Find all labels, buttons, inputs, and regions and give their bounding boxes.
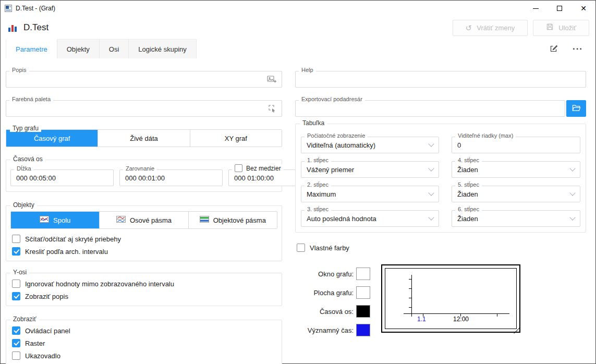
stlpec-4-select[interactable]: 4. stĺpec Žiaden bbox=[452, 161, 580, 178]
chevron-down-icon bbox=[569, 190, 575, 196]
zobrazit-popis-checkbox[interactable] bbox=[12, 292, 20, 300]
farebna-paleta-label: Farebná paleta bbox=[9, 96, 53, 102]
seg-spolu[interactable]: Spolu bbox=[11, 212, 99, 228]
image-add-icon[interactable] bbox=[267, 75, 276, 83]
stlpec-5-select[interactable]: 5. stĺpec Žiaden bbox=[452, 186, 580, 202]
edit-icon[interactable] bbox=[549, 44, 558, 53]
tab-osi[interactable]: Osi bbox=[100, 39, 129, 58]
zobrazit-group: Zobraziť Ovládací panel Raster Ukazovadl… bbox=[6, 320, 282, 364]
casova-os-label: Časová os bbox=[10, 155, 45, 163]
export-input[interactable] bbox=[301, 105, 559, 113]
stlpec-3-select[interactable]: 3. stĺpec Auto posledná hodnota bbox=[301, 210, 439, 227]
ovladaci-panel-checkbox[interactable] bbox=[12, 326, 20, 335]
chevron-down-icon bbox=[428, 141, 434, 147]
content: Popis Farebná paleta bbox=[1, 58, 595, 364]
viditelne-riadky-field: Viditeľné riadky (max) bbox=[452, 137, 580, 153]
zobrazit-popis-checkbox-row[interactable]: Zobraziť popis bbox=[10, 290, 277, 302]
seg-osove-pasma[interactable]: Osové pásma bbox=[99, 212, 188, 228]
popis-label: Popis bbox=[9, 67, 29, 73]
raster-checkbox[interactable] bbox=[12, 339, 20, 347]
colors-area: Okno grafu: Plocha grafu: Časová os: Výz… bbox=[295, 264, 586, 336]
save-button[interactable]: Uložiť bbox=[533, 20, 589, 36]
ignorovat-hodnoty-checkbox[interactable] bbox=[12, 280, 20, 288]
help-input[interactable] bbox=[301, 76, 580, 83]
raster-checkbox-row[interactable]: Raster bbox=[10, 337, 277, 349]
tabulka-group: Tabuľka Počiatočné zobrazenie Viditeľná … bbox=[295, 124, 586, 233]
casova-os-group: Časová os Dĺžka Zarovnanie Bez medzier bbox=[6, 160, 282, 192]
save-label: Uložiť bbox=[558, 24, 576, 32]
y-osi-label: Y-osi bbox=[10, 269, 29, 276]
tab-actions: ··· bbox=[549, 39, 595, 58]
zobrazit-label: Zobraziť bbox=[10, 316, 39, 323]
tab-logicke-skupiny[interactable]: Logické skupiny bbox=[129, 39, 197, 58]
casova-os-farba-row: Časová os: bbox=[295, 305, 370, 318]
vlastne-farby-checkbox[interactable] bbox=[297, 244, 305, 252]
objekty-label: Objekty bbox=[10, 201, 37, 209]
export-field: Exportovací podadresár bbox=[295, 100, 565, 117]
dlzka-field: Dĺžka bbox=[10, 169, 114, 186]
okno-grafu-swatch[interactable] bbox=[356, 268, 370, 280]
close-button[interactable]: ✕ bbox=[571, 1, 595, 16]
seg-xy-graf[interactable]: XY graf bbox=[190, 130, 282, 147]
select-object-icon[interactable] bbox=[268, 104, 276, 113]
bar-chart-icon bbox=[8, 23, 17, 32]
vlastne-farby-checkbox-row[interactable]: Vlastné farby bbox=[295, 241, 586, 254]
undo-label: Vrátiť zmeny bbox=[477, 24, 515, 32]
maximize-button[interactable] bbox=[548, 1, 571, 16]
spolu-icon bbox=[40, 216, 49, 224]
seg-zive-data[interactable]: Živé dáta bbox=[98, 130, 189, 147]
minimize-button[interactable] bbox=[524, 1, 548, 16]
header-actions: ↺ Vrátiť zmeny Uložiť bbox=[453, 20, 589, 36]
chevron-down-icon bbox=[428, 165, 434, 171]
scitat-odcitat-checkbox[interactable] bbox=[12, 235, 20, 243]
farebna-paleta-input[interactable] bbox=[11, 105, 264, 113]
seg-casovy-graf[interactable]: Časový graf bbox=[6, 130, 98, 147]
browse-folder-button[interactable] bbox=[566, 100, 586, 117]
undo-changes-button[interactable]: ↺ Vrátiť zmeny bbox=[453, 20, 528, 36]
bez-medzier-label: Bez medzier bbox=[246, 165, 281, 172]
save-icon bbox=[546, 23, 554, 32]
vyznamny-cas-swatch[interactable] bbox=[356, 324, 370, 336]
objekty-segment: Spolu Osové pásma bbox=[10, 211, 277, 229]
window-title: D.Test - (Graf) bbox=[16, 5, 55, 12]
ovladaci-panel-checkbox-row[interactable]: Ovládací panel bbox=[10, 324, 277, 337]
chevron-down-icon bbox=[428, 214, 434, 220]
undo-icon: ↺ bbox=[466, 24, 472, 32]
scitat-odcitat-checkbox-row[interactable]: Sčítať/odčítať aj skryté priebehy bbox=[10, 233, 277, 245]
ukazovadlo-checkbox[interactable] bbox=[12, 351, 20, 360]
zarovnanie-field: Zarovnanie bbox=[119, 169, 223, 186]
casova-os-swatch[interactable] bbox=[356, 305, 370, 318]
maximize-icon bbox=[557, 6, 562, 11]
pociatocne-zobrazenie-select[interactable]: Počiatočné zobrazenie Viditeľná (automat… bbox=[301, 137, 439, 153]
seg-objektove-pasma[interactable]: Objektové pásma bbox=[188, 212, 277, 228]
popis-field: Popis bbox=[6, 71, 282, 88]
viditelne-riadky-input[interactable] bbox=[457, 141, 575, 149]
ignorovat-hodnoty-checkbox-row[interactable]: Ignorovať hodnoty mimo zobrazovaného int… bbox=[10, 277, 277, 290]
stlpec-1-select[interactable]: 1. stĺpec Vážený priemer bbox=[301, 161, 439, 178]
objektove-pasma-icon bbox=[200, 216, 209, 224]
more-menu-icon[interactable]: ··· bbox=[573, 44, 583, 53]
kreslit-podla-arch-checkbox[interactable] bbox=[12, 247, 20, 256]
dlzka-input[interactable] bbox=[16, 174, 108, 182]
okno-grafu-row: Okno grafu: bbox=[295, 268, 370, 280]
preview-x-axis bbox=[404, 313, 509, 314]
left-column: Popis Farebná paleta bbox=[6, 66, 282, 364]
tab-parametre[interactable]: Parametre bbox=[6, 39, 57, 58]
header: D.Test ↺ Vrátiť zmeny Uložiť bbox=[1, 16, 595, 39]
chevron-down-icon bbox=[569, 214, 575, 220]
dlzka-label: Dĺžka bbox=[14, 165, 34, 172]
bez-medzier-checkbox[interactable] bbox=[235, 164, 242, 172]
zarovnanie-input[interactable] bbox=[125, 174, 217, 182]
popis-input[interactable] bbox=[11, 76, 263, 83]
objekty-group: Objekty Spolu bbox=[6, 205, 282, 261]
stlpec-2-select[interactable]: 2. stĺpec Maximum bbox=[301, 186, 439, 202]
plocha-grafu-swatch[interactable] bbox=[356, 286, 370, 299]
kreslit-podla-arch-checkbox-row[interactable]: Kresliť podľa arch. intervalu bbox=[10, 245, 277, 258]
bez-medzier-checkbox-row[interactable]: Bez medzier bbox=[232, 164, 284, 172]
ukazovadlo-checkbox-row[interactable]: Ukazovadlo bbox=[10, 349, 277, 362]
color-items: Okno grafu: Plocha grafu: Časová os: Výz… bbox=[295, 264, 370, 336]
osove-pasma-icon bbox=[116, 216, 126, 224]
tab-objekty[interactable]: Objekty bbox=[57, 39, 100, 58]
stlpec-6-select[interactable]: 6. stĺpec Žiaden bbox=[452, 210, 580, 227]
window-controls: ✕ bbox=[524, 1, 595, 16]
